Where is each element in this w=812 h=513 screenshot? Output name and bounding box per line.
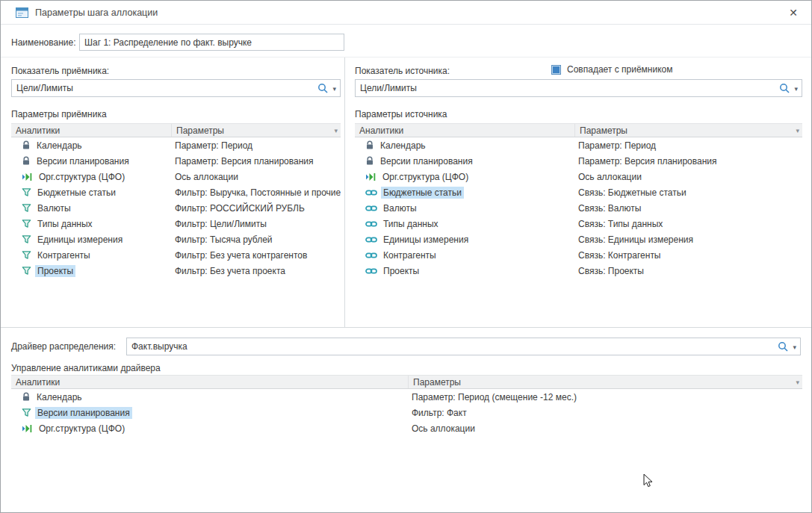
analytics-name: Валюты: [35, 202, 73, 214]
vertical-divider: [344, 57, 345, 327]
column-header-analytics[interactable]: Аналитики: [355, 124, 574, 137]
analytics-cell[interactable]: Контрагенты: [355, 247, 574, 263]
table-row[interactable]: ПроектыФильтр: Без учета проекта: [11, 263, 341, 279]
table-row[interactable]: Версии планированияПараметр: Версия план…: [11, 153, 341, 169]
search-icon[interactable]: [779, 83, 790, 93]
source-indicator-combo[interactable]: ▾: [355, 79, 802, 97]
header-menu-icon[interactable]: ▾: [796, 379, 799, 386]
matches-receiver-checkbox[interactable]: [551, 65, 561, 75]
lock-icon: [22, 156, 31, 166]
receiver-panel: Показатель приёмника: ▾ Параметры приёмн…: [11, 57, 341, 327]
analytics-cell[interactable]: Версии планирования: [355, 153, 574, 169]
analytics-cell[interactable]: Контрагенты: [11, 247, 171, 263]
table-row[interactable]: Версии планированияПараметр: Версия план…: [355, 153, 802, 169]
analytics-name: Проекты: [381, 265, 421, 277]
source-indicator-input[interactable]: [356, 80, 802, 96]
table-row[interactable]: Единицы измеренияФильтр: Тысяча рублей: [11, 231, 341, 247]
analytics-cell[interactable]: Валюты: [355, 200, 574, 216]
param-cell: Фильтр: Выручка, Постоянные и прочие: [171, 184, 341, 200]
table-row[interactable]: Версии планированияФильтр: Факт: [11, 405, 802, 420]
analytics-cell[interactable]: Бюджетные статьи: [11, 184, 171, 200]
analytics-name: Календарь: [34, 140, 84, 152]
table-row[interactable]: Орг.структура (ЦФО)Ось аллокации: [11, 169, 341, 184]
chevron-down-icon[interactable]: ▾: [794, 84, 798, 93]
filter-icon: [22, 234, 31, 244]
analytics-name: Проекты: [35, 265, 75, 277]
table-row[interactable]: ПроектыСвязь: Проекты: [355, 263, 802, 279]
lock-icon: [365, 156, 374, 166]
analytics-cell[interactable]: Орг.структура (ЦФО): [11, 420, 408, 436]
driver-input[interactable]: [127, 338, 800, 355]
analytics-cell[interactable]: Валюты: [11, 200, 171, 216]
column-header-params[interactable]: Параметры: [408, 376, 802, 388]
table-row[interactable]: КалендарьПараметр: Период (смещение -12 …: [11, 389, 802, 405]
analytics-cell[interactable]: Типы данных: [355, 216, 574, 231]
param-cell: Связь: Единицы измерения: [574, 231, 802, 247]
analytics-cell[interactable]: Проекты: [11, 263, 171, 279]
analytics-cell[interactable]: Типы данных: [11, 216, 171, 231]
analytics-name: Орг.структура (ЦФО): [37, 423, 127, 435]
receiver-indicator-label: Показатель приёмника:: [11, 66, 341, 76]
analytics-cell[interactable]: Проекты: [355, 263, 574, 279]
receiver-indicator-input[interactable]: [12, 80, 340, 96]
header-menu-icon[interactable]: ▾: [796, 127, 799, 134]
analytics-name: Версии планирования: [378, 155, 475, 167]
chevron-down-icon[interactable]: ▾: [332, 84, 336, 93]
table-row[interactable]: КалендарьПараметр: Период: [11, 137, 341, 153]
param-cell: Ось аллокации: [408, 420, 802, 436]
analytics-cell[interactable]: Календарь: [11, 137, 171, 153]
param-cell: Фильтр: Тысяча рублей: [171, 231, 341, 247]
analytics-cell[interactable]: Единицы измерения: [11, 231, 171, 247]
analytics-cell[interactable]: Бюджетные статьи: [355, 184, 574, 200]
analytics-name: Единицы измерения: [381, 234, 471, 246]
table-header: АналитикиПараметры▾: [11, 123, 341, 137]
name-label: Наименование:: [11, 37, 79, 48]
link-icon: [365, 220, 377, 228]
analytics-cell[interactable]: Календарь: [355, 137, 574, 153]
table-row[interactable]: Типы данныхФильтр: Цели/Лимиты: [11, 216, 341, 231]
table-row[interactable]: Типы данныхСвязь: Типы данных: [355, 216, 802, 231]
close-icon[interactable]: ✕: [783, 5, 804, 20]
allocation-axis-icon: [22, 172, 33, 181]
analytics-cell[interactable]: Версии планирования: [11, 405, 408, 420]
table-row[interactable]: Орг.структура (ЦФО)Ось аллокации: [355, 169, 802, 184]
column-header-analytics[interactable]: Аналитики: [11, 124, 171, 137]
receiver-params-table: АналитикиПараметры▾КалендарьПараметр: Пе…: [11, 123, 341, 279]
table-row[interactable]: КалендарьПараметр: Период: [355, 137, 802, 153]
analytics-cell[interactable]: Единицы измерения: [355, 231, 574, 247]
step-name-input[interactable]: [79, 34, 344, 51]
table-row[interactable]: Орг.структура (ЦФО)Ось аллокации: [11, 420, 802, 436]
column-header-params[interactable]: Параметры: [171, 124, 341, 137]
analytics-name: Версии планирования: [35, 407, 132, 419]
table-row[interactable]: КонтрагентыСвязь: Контрагенты: [355, 247, 802, 263]
chevron-down-icon[interactable]: ▾: [793, 343, 796, 351]
column-header-params[interactable]: Параметры: [574, 124, 802, 137]
table-row[interactable]: Бюджетные статьиСвязь: Бюджетные статьи: [355, 184, 802, 200]
analytics-cell[interactable]: Версии планирования: [11, 153, 171, 169]
column-header-analytics[interactable]: Аналитики: [11, 376, 408, 388]
lock-icon: [22, 392, 31, 402]
link-icon: [365, 188, 377, 197]
search-icon[interactable]: [778, 341, 788, 352]
analytics-name: Орг.структура (ЦФО): [37, 171, 127, 183]
search-icon[interactable]: [317, 83, 328, 93]
matches-receiver-checkbox-group[interactable]: Совпадает с приёмником: [551, 64, 672, 75]
dialog-title: Параметры шага аллокации: [35, 7, 158, 18]
receiver-indicator-combo[interactable]: ▾: [11, 79, 341, 97]
table-row[interactable]: ВалютыФильтр: РОССИЙСКИЙ РУБЛЬ: [11, 200, 341, 216]
driver-row: Драйвер распределения: ▾: [11, 338, 801, 355]
table-row[interactable]: КонтрагентыФильтр: Без учета контрагенто…: [11, 247, 341, 263]
table-row[interactable]: ВалютыСвязь: Валюты: [355, 200, 802, 216]
driver-combo[interactable]: ▾: [126, 338, 801, 355]
table-row[interactable]: Бюджетные статьиФильтр: Выручка, Постоян…: [11, 184, 341, 200]
analytics-cell[interactable]: Календарь: [11, 389, 408, 405]
analytics-cell[interactable]: Орг.структура (ЦФО): [355, 169, 574, 184]
analytics-cell[interactable]: Орг.структура (ЦФО): [11, 169, 171, 184]
param-cell: Связь: Контрагенты: [574, 247, 802, 263]
driver-analytics-label: Управление аналитиками драйвера: [11, 363, 161, 373]
table-row[interactable]: Единицы измеренияСвязь: Единицы измерени…: [355, 231, 802, 247]
source-params-label: Параметры источника: [355, 109, 802, 119]
param-cell: Связь: Проекты: [574, 263, 802, 279]
driver-analytics-table: АналитикиПараметры▾КалендарьПараметр: Пе…: [11, 375, 802, 436]
header-menu-icon[interactable]: ▾: [334, 127, 338, 134]
